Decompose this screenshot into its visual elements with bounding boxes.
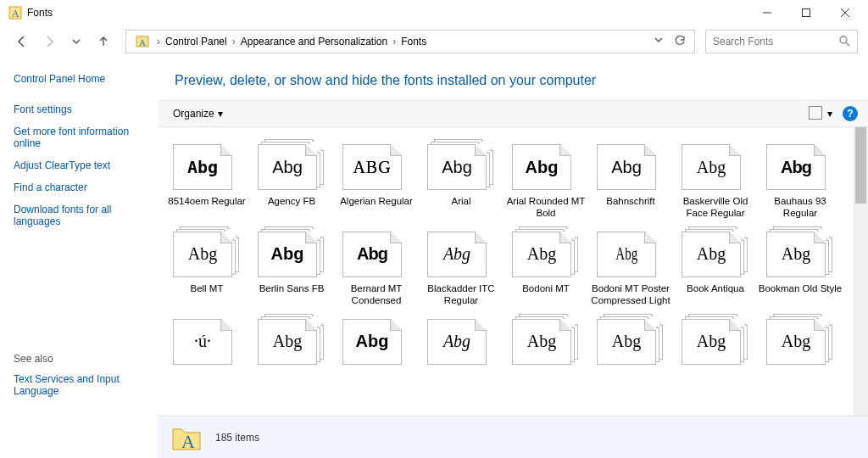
font-sample-glyph: Abg	[443, 244, 470, 264]
font-label: Bodoni MT Poster Compressed Light	[588, 282, 673, 307]
font-sample-glyph: Abg	[187, 157, 218, 177]
sidebar-link[interactable]: Font settings	[14, 103, 144, 115]
font-preview-icon: Abg	[173, 226, 241, 277]
dropdown-icon: ▾	[218, 108, 223, 120]
font-preview-icon: Abg	[258, 139, 326, 190]
font-preview-icon: Abg	[427, 139, 495, 190]
font-sample-glyph: Abg	[697, 158, 726, 177]
sidebar-link[interactable]: Adjust ClearType text	[14, 159, 144, 171]
font-item[interactable]: Abg	[419, 314, 504, 370]
font-preview-icon: Abg	[342, 314, 410, 365]
font-sample-glyph: Abg	[188, 244, 217, 264]
font-preview-icon: Abg	[512, 139, 580, 190]
nav-bar: A › Control Panel › Appearance and Perso…	[0, 25, 868, 58]
font-preview-icon: Abg	[597, 226, 665, 277]
font-preview-icon: Abg	[682, 139, 749, 190]
scrollbar-thumb[interactable]	[855, 127, 866, 204]
organize-button[interactable]: Organize ▾	[168, 104, 228, 123]
address-dropdown-icon[interactable]	[654, 35, 664, 49]
help-icon[interactable]: ?	[843, 106, 858, 121]
font-label: Berlin Sans FB	[249, 282, 334, 294]
font-sample-glyph: Abg	[612, 332, 641, 351]
maximize-button[interactable]	[787, 0, 826, 25]
sidebar-home[interactable]: Control Panel Home	[14, 73, 144, 85]
minimize-button[interactable]	[748, 0, 787, 25]
font-item[interactable]: AbgBahnschrift	[588, 139, 673, 220]
font-item[interactable]: AbgBauhaus 93 Regular	[758, 139, 843, 220]
back-button[interactable]	[10, 30, 34, 53]
close-button[interactable]	[826, 0, 865, 25]
font-preview-icon: Abg	[427, 314, 495, 365]
font-item[interactable]: AbgArial	[419, 139, 504, 220]
font-sample-glyph: ABG	[353, 158, 391, 177]
font-label: Arial	[419, 195, 504, 207]
font-sample-glyph: Abg	[527, 332, 556, 351]
font-preview-icon: Abg	[682, 226, 749, 277]
address-bar[interactable]: A › Control Panel › Appearance and Perso…	[125, 30, 695, 53]
font-sample-glyph: Abg	[357, 244, 387, 264]
font-item[interactable]: Abg	[249, 314, 334, 370]
breadcrumb-item[interactable]: Fonts	[399, 36, 428, 47]
font-item[interactable]: Abg	[758, 314, 843, 370]
chevron-right-icon: ›	[232, 36, 236, 47]
breadcrumb-item[interactable]: Appearance and Personalization	[239, 36, 389, 47]
refresh-icon[interactable]	[674, 35, 686, 49]
font-item[interactable]: AbgBernard MT Condensed	[334, 226, 419, 307]
page-heading: Preview, delete, or show and hide the fo…	[158, 58, 868, 100]
font-item[interactable]: Abg	[673, 314, 758, 370]
svg-text:A: A	[181, 431, 195, 452]
font-item[interactable]: AbgBodoni MT Poster Compressed Light	[588, 226, 673, 307]
font-item[interactable]: Abg8514oem Regular	[164, 139, 249, 220]
svg-text:A: A	[12, 8, 19, 20]
font-item[interactable]: AbgBook Antiqua	[673, 226, 758, 307]
font-item[interactable]: ·ú·	[164, 314, 249, 370]
font-item[interactable]: AbgBaskerville Old Face Regular	[673, 139, 758, 220]
font-item[interactable]: AbgBodoni MT	[504, 226, 588, 307]
font-preview-icon: ABG	[342, 139, 410, 190]
font-item[interactable]: Abg	[334, 314, 419, 370]
title-bar: A Fonts	[0, 0, 868, 25]
font-sample-glyph: Abg	[272, 158, 303, 177]
font-item[interactable]: AbgBlackadder ITC Regular	[419, 226, 504, 307]
sidebar-seealso-link[interactable]: Text Services and Input Language	[14, 373, 144, 397]
font-item[interactable]: AbgBell MT	[164, 226, 249, 307]
font-label: Bookman Old Style	[758, 282, 843, 294]
fonts-scroll-area[interactable]: Abg8514oem RegularAbgAgency FBABGAlgeria…	[158, 127, 868, 416]
view-dropdown-icon[interactable]: ▾	[827, 108, 832, 120]
font-preview-icon: Abg	[766, 226, 834, 277]
font-label: Bahnschrift	[588, 195, 673, 207]
seealso-header: See also	[14, 353, 144, 365]
app-icon: A	[8, 6, 22, 20]
font-preview-icon: Abg	[766, 139, 834, 190]
font-sample-glyph: Abg	[697, 332, 726, 351]
font-item[interactable]: Abg	[504, 314, 588, 370]
location-folder-icon: A	[135, 34, 150, 49]
font-sample-glyph: Abg	[782, 332, 810, 351]
font-item[interactable]: ABGAlgerian Regular	[334, 139, 419, 220]
scrollbar[interactable]	[854, 127, 868, 416]
view-options-button[interactable]	[809, 106, 822, 122]
history-dropdown[interactable]	[64, 30, 88, 53]
font-preview-icon: Abg	[682, 314, 749, 365]
breadcrumb-item[interactable]: Control Panel	[164, 36, 229, 47]
svg-rect-3	[803, 9, 810, 17]
font-item[interactable]: AbgBerlin Sans FB	[249, 226, 334, 307]
font-label: Agency FB	[249, 195, 334, 207]
sidebar-link[interactable]: Find a character	[14, 182, 144, 193]
search-icon	[838, 35, 850, 49]
sidebar-link[interactable]: Get more font information online	[14, 126, 144, 149]
font-label: Bernard MT Condensed	[334, 282, 419, 307]
forward-button[interactable]	[37, 30, 61, 53]
up-button[interactable]	[92, 30, 115, 53]
font-item[interactable]: AbgAgency FB	[249, 139, 334, 220]
font-sample-glyph: Abg	[273, 332, 302, 351]
search-input[interactable]: Search Fonts	[705, 30, 858, 53]
font-item[interactable]: Abg	[588, 314, 673, 370]
font-item[interactable]: AbgArial Rounded MT Bold	[504, 139, 588, 220]
font-sample-glyph: Abg	[615, 244, 637, 264]
sidebar-link[interactable]: Download fonts for all languages	[14, 204, 144, 227]
fonts-grid: Abg8514oem RegularAbgAgency FBABGAlgeria…	[158, 127, 868, 385]
svg-text:A: A	[139, 37, 146, 47]
font-label: Bauhaus 93 Regular	[758, 195, 843, 220]
font-item[interactable]: AbgBookman Old Style	[758, 226, 843, 307]
